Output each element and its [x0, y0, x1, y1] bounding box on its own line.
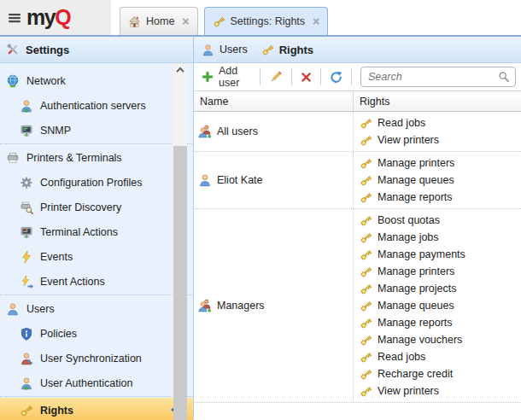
- tools-icon: [6, 43, 20, 56]
- right-label: Read jobs: [378, 351, 425, 363]
- key-icon: [213, 15, 225, 28]
- sidebar-item-event-actions[interactable]: Event Actions: [0, 269, 193, 294]
- key-icon: [360, 191, 372, 204]
- scrollbar-thumb[interactable]: [173, 146, 187, 420]
- sidebar-item-label: Policies: [40, 328, 77, 340]
- sidebar-item-user-authentication[interactable]: User Authentication: [0, 370, 193, 395]
- breadcrumb: Users Rights: [194, 37, 521, 62]
- sidebar-item-label: SNMP: [40, 125, 71, 137]
- toolbar-separator: [351, 68, 352, 85]
- sidebar-item-snmp[interactable]: SNMP: [0, 118, 193, 143]
- sidebar-item-terminal-actions[interactable]: Terminal Actions: [0, 219, 193, 244]
- right-item: Manage queues: [360, 297, 521, 314]
- right-label: Manage printers: [378, 265, 454, 277]
- breadcrumb-item-users[interactable]: Users: [202, 44, 248, 56]
- right-label: Manage reports: [378, 191, 453, 203]
- add-user-button[interactable]: Add user: [197, 62, 255, 91]
- tab-home[interactable]: Home×: [120, 7, 198, 35]
- tab-settings-rights[interactable]: Settings: Rights×: [204, 7, 329, 35]
- column-header-name[interactable]: Name: [194, 91, 354, 111]
- group-icon: [198, 125, 212, 138]
- user-name-cell: Eliot Kate: [194, 152, 354, 208]
- table-row[interactable]: Eliot KateManage printersManage queuesMa…: [194, 152, 521, 209]
- printer-icon: [6, 151, 20, 165]
- key-icon: [360, 283, 372, 295]
- toolbar: Add user: [194, 63, 521, 91]
- rights-cell: Boost quotasManage jobsManage paymentsMa…: [354, 209, 521, 402]
- table-body: All usersRead jobsView printersEliot Kat…: [194, 112, 521, 420]
- sidebar-item-label: User Synchronization: [40, 353, 142, 365]
- close-icon[interactable]: ×: [313, 15, 319, 27]
- right-item: Manage printers: [360, 155, 521, 172]
- app-logo[interactable]: myQ: [0, 0, 111, 35]
- sidebar-scrollbar[interactable]: [173, 63, 187, 420]
- table-row[interactable]: All usersRead jobsView printers: [194, 112, 521, 152]
- key-icon: [360, 134, 372, 147]
- search-input[interactable]: [366, 70, 498, 84]
- hamburger-icon[interactable]: [8, 11, 21, 25]
- delete-x-icon: [301, 72, 312, 83]
- user-sync-icon: [20, 352, 33, 365]
- user-icon: [202, 44, 214, 56]
- tab-label: Settings: Rights: [231, 15, 306, 27]
- key-icon: [360, 174, 372, 187]
- toolbar-separator: [320, 68, 321, 85]
- refresh-button[interactable]: [325, 68, 347, 86]
- key-icon: [360, 157, 372, 170]
- search-icon: [498, 71, 510, 83]
- breadcrumb-label: Users: [220, 44, 248, 55]
- right-item: Manage printers: [360, 263, 521, 280]
- sidebar-item-label: Printer Discovery: [40, 201, 121, 213]
- user-auth-icon: [20, 99, 33, 113]
- right-label: Read jobs: [378, 117, 425, 129]
- sidebar-item-rights[interactable]: Rights: [0, 398, 193, 420]
- settings-sidebar: NetworkAuthentication serversSNMPPrinter…: [0, 63, 194, 420]
- main-area: NetworkAuthentication serversSNMPPrinter…: [0, 63, 521, 420]
- scrollbar-up-button[interactable]: [173, 63, 187, 77]
- right-item: Manage vouchers: [360, 331, 521, 348]
- shield-icon: [20, 327, 33, 341]
- group-icon: [198, 299, 212, 312]
- sidebar-item-printer-discovery[interactable]: Printer Discovery: [0, 195, 193, 219]
- monitor-icon: [20, 124, 33, 137]
- key-icon: [360, 300, 372, 312]
- column-header-rights[interactable]: Rights: [354, 91, 521, 111]
- lightning-icon: [20, 250, 33, 264]
- sidebar-item-label: Printers & Terminals: [26, 152, 122, 164]
- right-item: Read jobs: [360, 114, 521, 131]
- key-icon: [360, 117, 372, 130]
- sidebar-item-printers-terminals[interactable]: Printers & Terminals: [0, 145, 193, 170]
- sidebar-item-policies[interactable]: Policies: [0, 321, 193, 346]
- sidebar-item-user-synchronization[interactable]: User Synchronization: [0, 346, 193, 370]
- tab-bar: Home×Settings: Rights×: [120, 7, 328, 35]
- sidebar-separator: [0, 396, 193, 397]
- table-row[interactable]: ManagersBoost quotasManage jobsManage pa…: [194, 209, 521, 403]
- sidebar-item-label: Terminal Actions: [40, 226, 118, 238]
- sidebar-item-network[interactable]: Network: [0, 68, 193, 93]
- right-label: Manage queues: [378, 300, 454, 312]
- gear-icon: [20, 176, 33, 190]
- sidebar-separator: [0, 295, 193, 295]
- delete-button[interactable]: [296, 69, 316, 85]
- right-item: Manage payments: [360, 246, 521, 263]
- sidebar-item-events[interactable]: Events: [0, 244, 193, 269]
- right-label: View printers: [378, 385, 439, 397]
- right-label: Recharge credit: [378, 368, 453, 380]
- printer-search-icon: [20, 201, 33, 214]
- sidebar-list: NetworkAuthentication serversSNMPPrinter…: [0, 68, 193, 420]
- table-header: Name Rights: [194, 91, 521, 112]
- edit-button[interactable]: [265, 67, 287, 86]
- close-icon[interactable]: ×: [182, 15, 189, 27]
- sidebar-item-configuration-profiles[interactable]: Configuration Profiles: [0, 170, 193, 195]
- user-name-cell: Managers: [194, 209, 354, 402]
- right-label: Manage jobs: [378, 231, 439, 243]
- sidebar-separator: [0, 143, 193, 144]
- sidebar-item-authentication-servers[interactable]: Authentication servers: [0, 93, 193, 118]
- key-icon: [360, 265, 372, 278]
- search-box: [360, 67, 516, 87]
- right-item: Manage queues: [360, 172, 521, 189]
- sidebar-item-label: Rights: [40, 405, 73, 417]
- terminal-icon: [20, 225, 33, 239]
- right-item: Manage reports: [360, 314, 521, 331]
- sidebar-item-users[interactable]: Users: [0, 296, 193, 321]
